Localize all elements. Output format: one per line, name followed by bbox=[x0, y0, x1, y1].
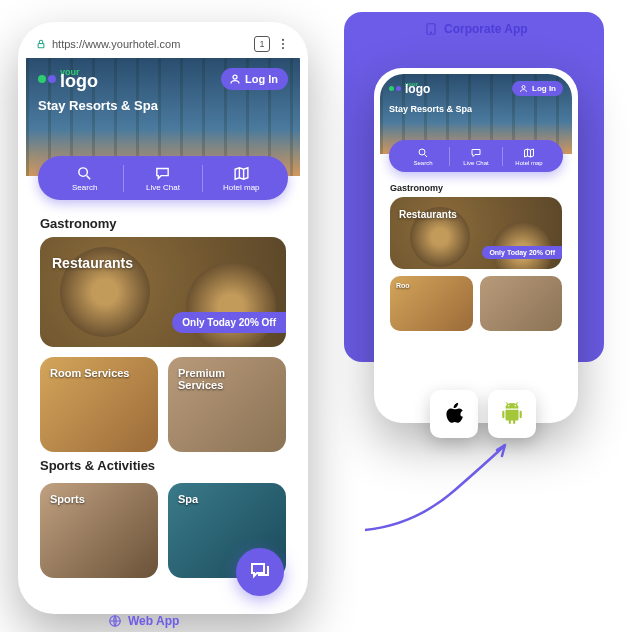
promo-badge[interactable]: Only Today 20% Off bbox=[482, 246, 562, 259]
tab-count[interactable]: 1 bbox=[254, 36, 270, 52]
login-button[interactable]: Log In bbox=[512, 81, 563, 96]
card-room-services[interactable]: Room Services bbox=[40, 357, 158, 452]
corporate-app-text: Corporate App bbox=[444, 22, 528, 36]
apple-icon bbox=[440, 400, 468, 428]
card-label: Restaurants bbox=[399, 209, 457, 220]
hero-title: Stay Resorts & Spa bbox=[38, 98, 288, 113]
android-icon bbox=[499, 401, 525, 427]
action-bar: Search Live Chat Hotel map bbox=[389, 140, 563, 172]
action-label: Live Chat bbox=[146, 183, 180, 192]
card-label: Roo bbox=[396, 282, 410, 289]
brand-logo[interactable]: yourlogo bbox=[389, 82, 430, 95]
url-text: https://www.yourhotel.com bbox=[52, 38, 248, 50]
svg-rect-2 bbox=[38, 44, 44, 48]
transition-arrow bbox=[355, 430, 525, 540]
action-live-chat[interactable]: Live Chat bbox=[449, 147, 502, 166]
action-search[interactable]: Search bbox=[397, 147, 449, 166]
content-area: Gastronomy Restaurants Only Today 20% Of… bbox=[380, 172, 572, 338]
chat-bubble-icon bbox=[248, 560, 272, 584]
chat-icon bbox=[470, 147, 482, 159]
logo-text: logo bbox=[405, 84, 430, 95]
card-restaurants[interactable]: Restaurants Only Today 20% Off bbox=[40, 237, 286, 347]
phone-screen: https://www.yourhotel.com 1 yourlogo Log… bbox=[26, 30, 300, 606]
web-app-label: Web App bbox=[108, 614, 179, 628]
action-search[interactable]: Search bbox=[46, 165, 123, 192]
promo-badge[interactable]: Only Today 20% Off bbox=[172, 312, 286, 333]
svg-point-9 bbox=[419, 149, 425, 155]
menu-dots-icon[interactable] bbox=[276, 37, 290, 51]
svg-point-8 bbox=[522, 86, 525, 89]
card-label: Sports bbox=[50, 493, 85, 505]
card-room-services[interactable]: Roo bbox=[390, 276, 473, 331]
section-title-gastronomy: Gastronomy bbox=[40, 216, 286, 231]
card-label: Premium Services bbox=[178, 367, 258, 391]
svg-point-1 bbox=[431, 32, 432, 33]
web-app-text: Web App bbox=[128, 614, 179, 628]
chat-icon bbox=[154, 165, 171, 182]
map-icon bbox=[523, 147, 535, 159]
card-restaurants[interactable]: Restaurants Only Today 20% Off bbox=[390, 197, 562, 269]
action-live-chat[interactable]: Live Chat bbox=[123, 165, 201, 192]
action-label: Hotel map bbox=[223, 183, 259, 192]
globe-icon bbox=[108, 614, 122, 628]
svg-point-5 bbox=[282, 47, 284, 49]
brand-logo[interactable]: yourlogo bbox=[38, 68, 98, 89]
svg-point-3 bbox=[282, 39, 284, 41]
login-label: Log In bbox=[245, 73, 278, 85]
svg-point-6 bbox=[233, 75, 237, 79]
card-premium-services[interactable]: Premium Services bbox=[168, 357, 286, 452]
logo-text: logo bbox=[60, 73, 98, 89]
hero-title: Stay Resorts & Spa bbox=[389, 104, 563, 114]
lock-icon bbox=[36, 39, 46, 49]
phone-screen: yourlogo Log In Stay Resorts & Spa Searc… bbox=[380, 74, 572, 417]
svg-point-7 bbox=[79, 167, 88, 176]
action-hotel-map[interactable]: Hotel map bbox=[502, 147, 555, 166]
map-icon bbox=[233, 165, 250, 182]
login-button[interactable]: Log In bbox=[221, 68, 288, 90]
corporate-app-label: Corporate App bbox=[424, 22, 528, 36]
user-icon bbox=[229, 73, 241, 85]
action-hotel-map[interactable]: Hotel map bbox=[202, 165, 280, 192]
section-title-sports: Sports & Activities bbox=[40, 458, 286, 473]
section-title-gastronomy: Gastronomy bbox=[390, 183, 562, 193]
action-label: Live Chat bbox=[463, 160, 488, 166]
card-premium-services[interactable] bbox=[480, 276, 563, 331]
svg-point-4 bbox=[282, 43, 284, 45]
login-label: Log In bbox=[532, 84, 556, 93]
browser-urlbar[interactable]: https://www.yourhotel.com 1 bbox=[26, 30, 300, 58]
action-label: Hotel map bbox=[515, 160, 542, 166]
search-icon bbox=[76, 165, 93, 182]
action-label: Search bbox=[72, 183, 97, 192]
chat-fab[interactable] bbox=[236, 548, 284, 596]
card-sports[interactable]: Sports bbox=[40, 483, 158, 578]
tablet-icon bbox=[424, 22, 438, 36]
card-label: Restaurants bbox=[52, 255, 133, 271]
corporate-app-phone: yourlogo Log In Stay Resorts & Spa Searc… bbox=[374, 68, 578, 423]
search-icon bbox=[417, 147, 429, 159]
card-label: Spa bbox=[178, 493, 198, 505]
web-app-phone: https://www.yourhotel.com 1 yourlogo Log… bbox=[18, 22, 308, 614]
card-label: Room Services bbox=[50, 367, 129, 379]
action-bar: Search Live Chat Hotel map bbox=[38, 156, 288, 200]
user-icon bbox=[519, 84, 528, 93]
content-area: Gastronomy Restaurants Only Today 20% Of… bbox=[26, 200, 300, 588]
action-label: Search bbox=[413, 160, 432, 166]
